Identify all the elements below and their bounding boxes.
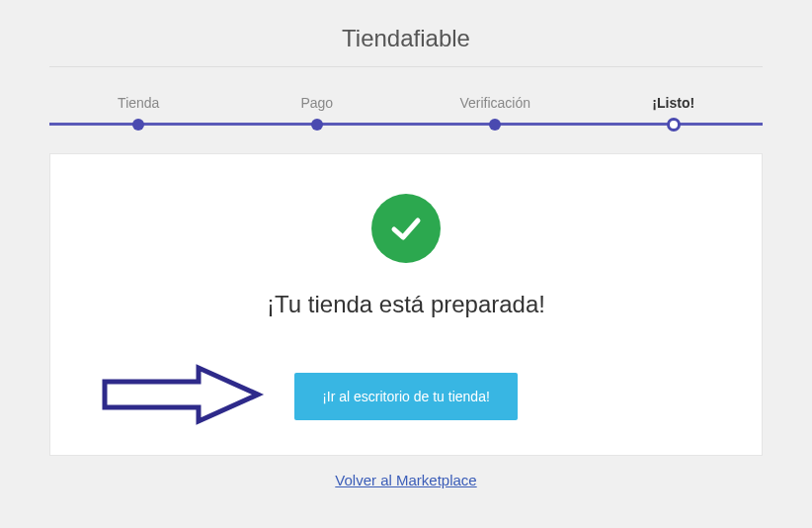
step-label-tienda: Tienda: [49, 95, 228, 111]
arrow-icon: [100, 360, 268, 433]
ready-heading: ¡Tu tienda está preparada!: [80, 291, 732, 318]
step-label-pago: Pago: [228, 95, 407, 111]
go-to-dashboard-button[interactable]: ¡Ir al escritorio de tu tienda!: [294, 373, 518, 420]
stepper-track: [49, 123, 763, 126]
title-divider: [49, 66, 763, 67]
step-label-listo: ¡Listo!: [585, 95, 764, 111]
check-circle-icon: [371, 194, 441, 263]
step-dot-tienda: [132, 119, 144, 131]
step-dot-verificacion: [489, 119, 501, 131]
success-card: ¡Tu tienda está preparada! ¡Ir al escrit…: [49, 153, 763, 456]
progress-stepper: Tienda Pago Verificación ¡Listo!: [49, 77, 763, 126]
step-dot-listo: [667, 118, 681, 132]
step-dot-pago: [311, 119, 323, 131]
page-title: Tiendafiable: [35, 25, 777, 52]
step-label-verificacion: Verificación: [406, 95, 585, 111]
back-to-marketplace-link[interactable]: Volver al Marketplace: [335, 472, 476, 488]
